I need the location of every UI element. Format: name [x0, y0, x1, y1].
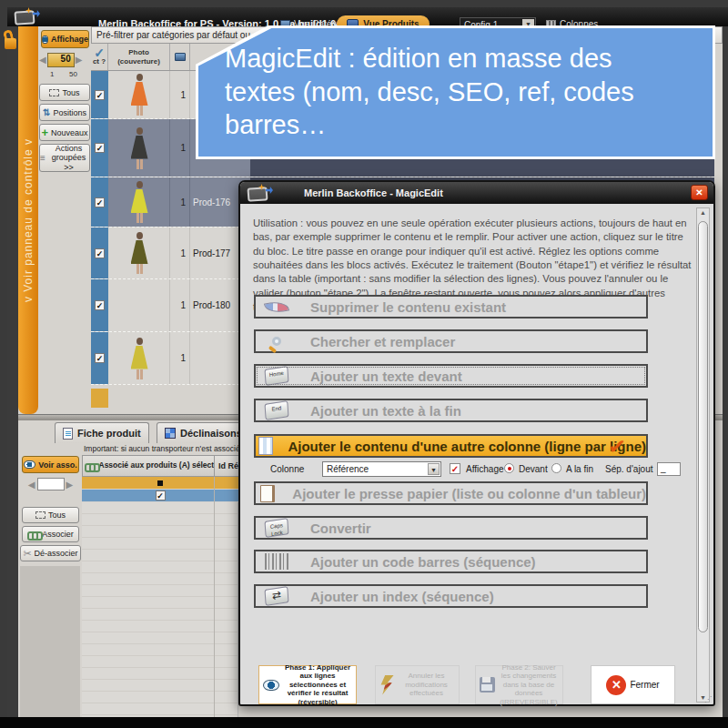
action-presse-papier[interactable]: Ajouter le presse papier (liste ou colon…	[254, 481, 648, 505]
row-checkbox[interactable]: ✓	[95, 353, 105, 363]
app-titlebar: Merlin Backoffice for PS - Version: 1.0.…	[7, 7, 728, 26]
home-key-icon: Home	[264, 366, 288, 386]
actions-groupees-button[interactable]: ≡Actions groupées >>	[39, 144, 90, 172]
phase1-button[interactable]: Phase 1: Appliquer aux lignes sélectionn…	[258, 665, 357, 704]
column-header-act[interactable]: ✓ct ?	[91, 44, 108, 70]
assoc-tous-button[interactable]: Tous	[22, 507, 79, 523]
assoc-empty-rows	[82, 502, 238, 717]
action-texte-fin[interactable]: End Ajouter un texte à la fin	[254, 399, 648, 422]
scissors-icon: ✂	[23, 548, 31, 560]
table-footer-cell	[91, 389, 108, 408]
dialog-titlebar[interactable]: Merlin Backoffice - MagicEdit ✕	[240, 182, 713, 204]
range-max-label: 50	[69, 70, 77, 78]
devant-radio[interactable]	[504, 463, 514, 473]
product-photo	[127, 338, 151, 379]
action-code-barres[interactable]: Ajouter un code barres (séquence)	[254, 550, 648, 573]
eye-icon	[24, 460, 35, 469]
variants-icon	[165, 428, 176, 439]
row-checkbox[interactable]: ✓	[95, 143, 105, 153]
dialog-scrollbar[interactable]: ▲ ▼	[696, 207, 710, 703]
scrollbar-thumb[interactable]	[698, 221, 708, 632]
close-button[interactable]: ✕	[691, 185, 708, 200]
colonne-label: Colonne	[270, 464, 304, 474]
alafin-radio[interactable]	[551, 463, 561, 473]
tooltip-text: MagicEdit : édition en masse des textes …	[225, 42, 684, 142]
page-size-stepper[interactable]: ◀ 50 ▶	[39, 52, 91, 67]
action-chercher-remplacer[interactable]: Chercher et remplacer	[254, 329, 648, 353]
document-icon	[63, 428, 73, 440]
partial-check-icon	[157, 480, 163, 486]
row-checkbox[interactable]: ✓	[95, 248, 105, 258]
close-circle-icon: ✕	[606, 675, 626, 695]
stepper-right-icon[interactable]: ▶	[76, 55, 83, 65]
range-min-label: 1	[50, 70, 54, 78]
separateur-label: Sép. d'ajout	[605, 464, 653, 474]
end-key-icon: End	[264, 400, 288, 420]
menu-icon: ≡	[40, 153, 46, 164]
nouveaux-button[interactable]: +Nouveaux	[39, 124, 90, 141]
selection-icon	[49, 89, 59, 96]
dialog-title: Merlin Backoffice - MagicEdit	[304, 187, 443, 198]
row-checkbox[interactable]: ✓	[156, 490, 166, 500]
link-icon	[85, 463, 96, 470]
product-photo	[127, 181, 151, 223]
phase2-button: Phase 2: Sauver les changements dans la …	[475, 665, 563, 704]
row-checkbox[interactable]: ✓	[95, 90, 105, 100]
updown-icon: ⇅	[43, 107, 50, 117]
action-convertir[interactable]: Caps Lock Convertir	[254, 516, 648, 540]
column-header-shop[interactable]	[170, 44, 190, 70]
eye-icon	[263, 680, 279, 691]
action-texte-devant[interactable]: Home Ajouter un texte devant	[254, 364, 648, 388]
tab-fiche-produit[interactable]: Fiche produit	[55, 422, 149, 443]
assoc-page-input[interactable]	[37, 478, 65, 490]
barcode-icon	[265, 553, 288, 570]
shop-icon	[175, 53, 186, 61]
window-left-edge	[7, 26, 18, 717]
alafin-label: A la fin	[566, 464, 593, 474]
chevron-down-icon[interactable]: ▼	[428, 463, 440, 475]
action-index[interactable]: ⇄ Ajouter un index (séquence)	[254, 584, 648, 608]
assoc-column-divider	[214, 477, 215, 717]
de-associer-button[interactable]: ✂Dé-associer	[20, 545, 81, 561]
row-checkbox[interactable]: ✓	[95, 197, 105, 207]
action-contenu-autre-colonne[interactable]: Ajouter le contenu d'une autre colonne (…	[254, 434, 648, 458]
selection-icon	[35, 511, 46, 519]
voir-asso-button[interactable]: Voir asso.	[22, 456, 79, 473]
fermer-button[interactable]: ✕ Fermer	[591, 665, 675, 704]
separateur-input[interactable]: _	[657, 462, 681, 476]
resize-grip[interactable]: ⋰	[704, 695, 712, 703]
page-size-input[interactable]: 50	[47, 53, 75, 67]
scroll-up-icon[interactable]: ▲	[697, 209, 709, 216]
magicedit-dialog: Merlin Backoffice - MagicEdit ✕ Utilisat…	[238, 180, 715, 706]
tab-key-icon: ⇄	[264, 586, 288, 606]
unlock-icon[interactable]	[3, 30, 17, 51]
active-check-icon: ✓	[606, 433, 628, 461]
stepper-right-icon[interactable]: ▶	[66, 480, 74, 490]
assoc-left-column	[20, 566, 80, 717]
window-bottom-edge	[0, 717, 728, 728]
affichage-label: Affichage	[466, 464, 504, 474]
column-header-photo[interactable]: Photo (couverture)	[108, 44, 170, 70]
stepper-left-icon[interactable]: ◀	[28, 480, 35, 490]
action-supprimer-contenu[interactable]: Supprimer le contenu existant	[254, 295, 648, 318]
control-panel-toggle[interactable]: v Voir panneau de contrôle v	[18, 26, 38, 414]
associer-button[interactable]: Associer	[22, 526, 79, 542]
select-all-button[interactable]: Tous	[39, 84, 90, 101]
assoc-row-partial[interactable]	[82, 477, 238, 489]
affichage-button[interactable]: Affichage	[41, 30, 89, 48]
plus-icon: +	[41, 128, 48, 137]
magnifier-icon	[272, 337, 281, 346]
column-options-row: Colonne Référence▼ ✓ Affichage Devant A …	[254, 461, 682, 478]
assoc-row-checked[interactable]: ✓	[82, 490, 238, 501]
product-photo	[127, 232, 151, 274]
positions-button[interactable]: ⇅Positions	[39, 104, 90, 121]
row-checkbox[interactable]: ✓	[95, 300, 105, 310]
stepper-left-icon[interactable]: ◀	[39, 55, 46, 65]
affichage-checkbox[interactable]: ✓	[450, 463, 460, 474]
check-icon: ✓	[94, 48, 105, 57]
capslock-key-icon: Caps Lock	[264, 518, 288, 538]
dialog-icon	[246, 184, 273, 204]
assoc-stepper[interactable]: ◀ ▶	[22, 477, 79, 491]
colonne-dropdown[interactable]: Référence▼	[322, 461, 441, 477]
important-note: Important: si aucun transporteur n'est a…	[84, 444, 240, 453]
